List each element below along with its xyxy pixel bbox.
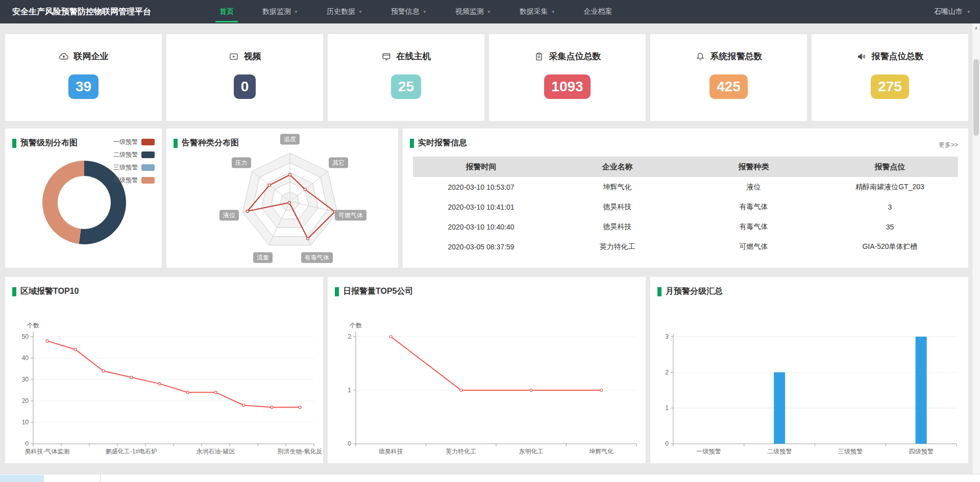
cell-alarm-type: 有毒气体: [685, 217, 822, 237]
bell-icon: [695, 52, 705, 62]
table-row: 2020-03-05 08:37:59 英力特化工 可燃气体 GIA-520单体…: [413, 237, 958, 257]
col-header-alarm-type: 报警种类: [685, 157, 822, 177]
video-icon: [229, 52, 239, 62]
monthly-warning-bar-chart: 0123一级预警二级预警三级预警四级预警: [650, 277, 968, 463]
stat-value-badge: 0: [234, 74, 256, 99]
cell-enterprise-name: 德昊科技: [549, 197, 685, 217]
data-point: [299, 406, 301, 409]
divider: [100, 475, 101, 482]
bar: [916, 337, 927, 444]
realtime-alarm-table: 报警时间 企业名称 报警种类 报警点位 2020-03-10 10:53:07 …: [413, 157, 958, 257]
y-tick-label: 3: [665, 333, 669, 340]
line-series: [47, 341, 300, 407]
panel-title: 区域报警TOP10: [12, 286, 79, 297]
radar-axis-label: 温度: [280, 134, 300, 145]
nav-item-data-collection[interactable]: 数据采集▼: [520, 0, 555, 23]
stat-card-video: 视频 0: [166, 34, 323, 121]
data-point: [102, 370, 105, 372]
y-axis-name: 个数: [27, 322, 39, 329]
more-link[interactable]: 更多>>: [939, 141, 958, 149]
stat-value-badge: 25: [391, 74, 421, 99]
title-accent-bar: [12, 287, 16, 296]
cell-alarm-point: 35: [822, 217, 958, 237]
stat-value-badge: 39: [68, 74, 99, 99]
nav-item-enterprise-archive[interactable]: 企业档案: [584, 0, 612, 23]
bar: [774, 372, 785, 444]
cell-alarm-type: 可燃气体: [685, 237, 822, 257]
cell-alarm-time: 2020-03-10 10:53:07: [413, 177, 549, 197]
x-tick-label: 德昊科技: [379, 448, 403, 455]
col-header-enterprise-name: 企业名称: [549, 157, 685, 177]
data-point: [389, 336, 392, 338]
data-point: [460, 389, 462, 392]
x-tick-label: 坤辉气化: [589, 448, 614, 455]
data-point: [530, 389, 532, 392]
y-tick-label: 20: [22, 397, 29, 404]
stat-label: 报警点位总数: [872, 50, 924, 62]
legend-item: 二级预警: [113, 148, 155, 161]
stat-card-collection-points: 采集点位总数 1093: [489, 34, 646, 121]
main-menu: 首页 数据监测▼ 历史数据▼ 预警信息▼ 视频监测▼ 数据采集▼ 企业档案: [219, 0, 612, 23]
cell-alarm-point: GIA-520单体贮槽: [822, 237, 958, 257]
stat-card-alarm-points: 报警点位总数 275: [812, 34, 968, 121]
vertical-scrollbar[interactable]: ∧: [972, 23, 980, 482]
x-tick-label: 英力特化工: [446, 448, 476, 455]
panel-alarm-type-radar: 告警种类分布图 温度其它可燃气体有毒气体流量液位压力: [166, 129, 398, 268]
table-row: 2020-03-10 10:53:07 坤辉气化 液位 精醇南罐液位GT_203: [413, 177, 958, 197]
legend-swatch: [141, 177, 155, 184]
y-tick-label: 0: [25, 440, 29, 447]
legend-item: 四级预警: [113, 174, 155, 187]
y-tick-label: 1: [348, 387, 351, 394]
data-point: [74, 348, 77, 351]
nav-item-video-monitoring[interactable]: 视频监测▼: [455, 0, 491, 23]
stat-value-badge: 275: [871, 74, 909, 99]
legend-item: 一级预警: [113, 136, 155, 148]
title-accent-bar: [12, 139, 16, 148]
panel-title: 日报警量TOP5公司: [335, 286, 413, 297]
horizontal-scrollbar-thumb[interactable]: [0, 475, 44, 482]
table-header-row: 报警时间 企业名称 报警种类 报警点位: [413, 157, 958, 177]
radar-axis-label: 其它: [329, 157, 348, 168]
panel-title-text: 月预警分级汇总: [666, 286, 723, 297]
title-accent-bar: [657, 287, 662, 296]
title-accent-bar: [335, 287, 339, 296]
cell-alarm-point: 精醇南罐液位GT_203: [822, 177, 958, 197]
panel-title: 告警种类分布图: [174, 138, 239, 148]
y-tick-label: 40: [22, 354, 29, 362]
data-point: [186, 391, 189, 394]
panel-monthly-warning-summary: 月预警分级汇总 0123一级预警二级预警三级预警四级预警: [650, 277, 968, 463]
x-tick-label: 昊科技-气体监测: [25, 448, 70, 455]
legend-label: 一级预警: [113, 138, 138, 146]
legend-label: 三级预警: [113, 163, 138, 172]
data-point: [271, 406, 273, 409]
x-tick-label: 鹏盛化工-1#电石炉: [106, 448, 157, 455]
pie-legend: 一级预警 二级预警 三级预警 四级预警: [113, 136, 155, 187]
legend-swatch: [141, 164, 155, 171]
caret-down-icon: ▼: [967, 10, 971, 14]
y-axis-name: 个数: [349, 322, 362, 329]
nav-item-history-data[interactable]: 历史数据▼: [327, 0, 362, 23]
vertical-scrollbar-thumb[interactable]: [973, 59, 979, 136]
nav-item-data-monitoring[interactable]: 数据监测▼: [262, 0, 298, 23]
y-tick-label: 2: [348, 333, 351, 340]
legend-swatch: [141, 151, 155, 158]
region-name: 石嘴山市: [934, 7, 963, 16]
panel-daily-alarm-top5: 日报警量TOP5公司 012德昊科技英力特化工东明化工坤辉气化个数: [328, 277, 646, 463]
stat-card-connected-enterprises: 联网企业 39: [5, 34, 162, 121]
panel-title-text: 日报警量TOP5公司: [343, 286, 413, 297]
title-accent-bar: [410, 139, 414, 148]
x-tick-label: 东明化工: [519, 448, 544, 455]
pie-slice: [42, 161, 84, 244]
data-point: [46, 340, 48, 342]
region-selector[interactable]: 石嘴山市 ▼: [934, 0, 971, 23]
caret-down-icon: ▼: [358, 10, 362, 14]
cell-enterprise-name: 坤辉气化: [549, 177, 685, 197]
stat-value-badge: 425: [709, 74, 748, 99]
caret-down-icon: ▼: [294, 10, 298, 14]
nav-item-warning-info[interactable]: 预警信息▼: [391, 0, 427, 23]
nav-item-home[interactable]: 首页: [219, 0, 234, 23]
legend-label: 四级预警: [113, 176, 138, 185]
cell-alarm-time: 2020-03-10 10:40:40: [413, 217, 549, 237]
scroll-up-arrow-icon[interactable]: ∧: [972, 23, 980, 33]
bottom-horizontal-scrollbar: [0, 474, 980, 482]
